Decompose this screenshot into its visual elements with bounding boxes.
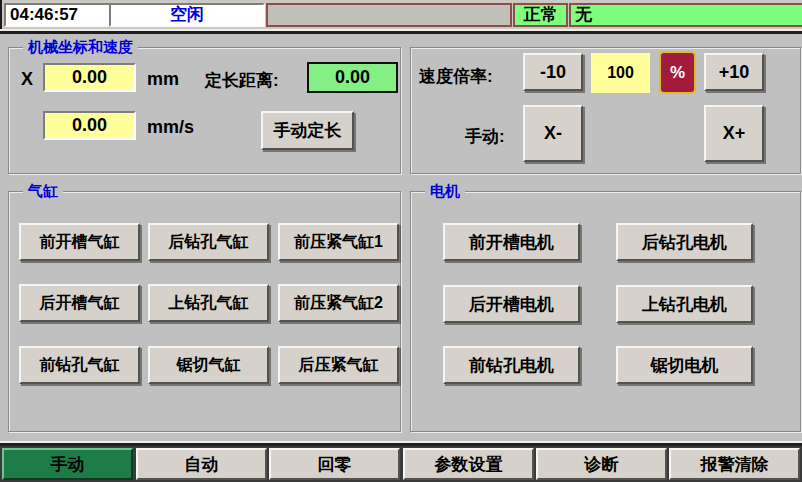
cylinder-button-front-clamp2[interactable]: 前压紧气缸2 <box>278 284 399 322</box>
x-position-value: 0.00 <box>43 63 136 92</box>
tab-manual[interactable]: 手动 <box>2 448 133 480</box>
percent-badge: % <box>659 51 696 94</box>
motor-button-front-slot[interactable]: 前开槽电机 <box>443 223 580 261</box>
cylinder-button-front-slot[interactable]: 前开槽气缸 <box>19 223 140 261</box>
motor-button-front-drill[interactable]: 前钻孔电机 <box>443 346 580 384</box>
fixed-length-label: 定长距离: <box>205 69 279 92</box>
tab-parameters[interactable]: 参数设置 <box>403 448 534 480</box>
motor-group: 电机 前开槽电机 后钻孔电机 后开槽电机 上钻孔电机 前钻孔电机 锯切电机 <box>410 191 801 432</box>
tab-diagnostics[interactable]: 诊断 <box>536 448 667 480</box>
alarm-message-display: 无 <box>569 3 802 27</box>
cylinder-button-rear-slot[interactable]: 后开槽气缸 <box>19 284 140 322</box>
message-field-empty <box>266 3 512 27</box>
system-status-display: 正常 <box>513 3 568 27</box>
tab-alarm-clear[interactable]: 报警清除 <box>669 448 800 480</box>
tab-auto[interactable]: 自动 <box>136 448 267 480</box>
jog-x-minus-button[interactable]: X- <box>523 105 583 162</box>
cylinder-group: 气缸 前开槽气缸 后钻孔气缸 前压紧气缸1 后开槽气缸 上钻孔气缸 前压紧气缸2… <box>8 191 401 432</box>
speed-override-group: 速度倍率: -10 100 % +10 手动: X- X+ <box>410 47 801 174</box>
position-unit-label: mm <box>147 69 179 90</box>
cylinder-button-rear-clamp[interactable]: 后压紧气缸 <box>278 346 399 384</box>
coords-speed-group-title: 机械坐标和速度 <box>23 38 138 56</box>
speed-value: 0.00 <box>43 111 136 140</box>
clock-display: 04:46:57 <box>4 3 111 27</box>
status-bar: 04:46:57 空闲 正常 无 <box>0 0 802 29</box>
override-minus-button[interactable]: -10 <box>523 53 583 91</box>
override-value: 100 <box>591 53 650 93</box>
coords-speed-group: 机械坐标和速度 X 0.00 mm 定长距离: 0.00 0.00 mm/s 手… <box>8 47 401 174</box>
motor-group-title: 电机 <box>425 182 465 200</box>
cylinder-button-front-clamp1[interactable]: 前压紧气缸1 <box>278 223 399 261</box>
fixed-length-value: 0.00 <box>307 62 398 93</box>
separator-top <box>0 31 802 34</box>
motor-button-top-drill[interactable]: 上钻孔电机 <box>616 285 753 323</box>
cylinder-button-rear-drill[interactable]: 后钻孔气缸 <box>148 223 269 261</box>
cylinder-button-top-drill[interactable]: 上钻孔气缸 <box>148 284 269 322</box>
tab-home[interactable]: 回零 <box>269 448 400 480</box>
cylinder-button-front-drill[interactable]: 前钻孔气缸 <box>19 346 140 384</box>
jog-x-plus-button[interactable]: X+ <box>704 105 764 162</box>
motor-button-rear-slot[interactable]: 后开槽电机 <box>443 285 580 323</box>
machine-mode-display: 空闲 <box>109 3 265 27</box>
speed-unit-label: mm/s <box>147 117 194 138</box>
x-axis-label: X <box>21 69 33 90</box>
motor-button-rear-drill[interactable]: 后钻孔电机 <box>616 223 753 261</box>
cylinder-button-saw[interactable]: 锯切气缸 <box>148 346 269 384</box>
motor-button-saw[interactable]: 锯切电机 <box>616 346 753 384</box>
mode-tab-bar: 手动 自动 回零 参数设置 诊断 报警清除 <box>0 446 802 482</box>
speed-override-label: 速度倍率: <box>419 65 493 88</box>
override-plus-button[interactable]: +10 <box>704 53 764 91</box>
cylinder-group-title: 气缸 <box>23 182 63 200</box>
hmi-screen: 04:46:57 空闲 正常 无 机械坐标和速度 X 0.00 mm 定长距离:… <box>0 0 802 482</box>
manual-fixed-length-button[interactable]: 手动定长 <box>261 111 354 150</box>
manual-jog-label: 手动: <box>465 125 505 148</box>
